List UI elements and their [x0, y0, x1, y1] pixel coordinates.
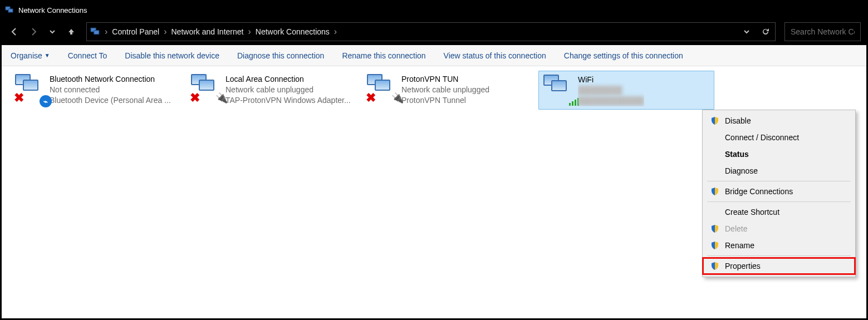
connection-item[interactable]: ✖ 🔌 Local Area Connection Network cable … — [187, 71, 362, 110]
breadcrumb-item[interactable]: Network and Internet — [168, 27, 247, 36]
chevron-right-icon[interactable]: › — [163, 27, 168, 37]
shield-icon — [710, 116, 719, 125]
organise-menu[interactable]: Organise ▼ — [11, 51, 50, 60]
context-menu-label: Status — [725, 150, 749, 159]
context-menu-disable[interactable]: Disable — [703, 112, 855, 129]
caret-down-icon: ▼ — [45, 52, 50, 58]
command-bar: Organise ▼ Connect To Disable this netwo… — [2, 45, 866, 66]
connection-icon: ✖ ⌁ — [15, 74, 46, 102]
address-dropdown[interactable] — [737, 23, 756, 41]
back-button[interactable] — [7, 24, 22, 39]
breadcrumb-item[interactable]: Control Panel — [109, 27, 163, 36]
navigation-bar: › Control Panel › Network and Internet ›… — [2, 18, 866, 45]
context-menu-properties[interactable]: Properties — [703, 258, 855, 274]
context-menu-label: Connect / Disconnect — [725, 133, 799, 142]
refresh-button[interactable] — [756, 23, 775, 41]
chevron-right-icon[interactable]: › — [333, 27, 338, 37]
toolbar-change-settings[interactable]: Change settings of this connection — [564, 51, 683, 60]
connection-name: Local Area Connection — [225, 74, 351, 85]
context-menu-separator — [707, 201, 851, 202]
organise-label: Organise — [11, 51, 42, 60]
shield-icon — [710, 241, 719, 250]
context-menu-create-shortcut[interactable]: Create Shortcut — [703, 204, 855, 220]
toolbar-connect-to[interactable]: Connect To — [68, 51, 107, 60]
context-menu-label: Delete — [725, 224, 747, 233]
connection-status: Network cable unplugged — [225, 85, 351, 95]
connection-icon — [543, 75, 575, 102]
connection-device: Bluetooth Device (Personal Area ... — [50, 95, 171, 106]
connection-name: Bluetooth Network Connection — [50, 74, 171, 85]
breadcrumb-item[interactable]: Network Connections — [252, 27, 333, 36]
forward-button[interactable] — [26, 24, 41, 39]
chevron-right-icon[interactable]: › — [247, 27, 252, 37]
context-menu-connect-disconnect[interactable]: Connect / Disconnect — [703, 129, 855, 146]
context-menu-separator — [707, 181, 851, 181]
context-menu-label: Rename — [725, 241, 754, 250]
plug-icon: 🔌 — [215, 92, 228, 104]
x-icon: ✖ — [190, 91, 200, 105]
toolbar-rename[interactable]: Rename this connection — [342, 51, 425, 60]
connection-icon: ✖ 🔌 — [367, 74, 398, 102]
connection-icon: ✖ 🔌 — [191, 74, 222, 102]
toolbar-view-status[interactable]: View status of this connection — [444, 51, 546, 60]
x-icon: ✖ — [366, 91, 376, 105]
shield-icon — [710, 187, 719, 196]
connection-item[interactable]: ✖ 🔌 ProtonVPN TUN Network cable unplugge… — [362, 71, 538, 110]
connection-status: Not connected — [50, 85, 171, 95]
window-title: Network Connections — [18, 6, 87, 14]
connection-device: ████████████ — [578, 96, 644, 106]
connection-device: TAP-ProtonVPN Windows Adapter... — [225, 95, 351, 106]
address-bar[interactable]: › Control Panel › Network and Internet ›… — [86, 22, 776, 41]
context-menu-status[interactable]: Status — [703, 146, 855, 163]
connection-status: Network cable unplugged — [401, 85, 489, 95]
context-menu-label: Disable — [725, 116, 751, 125]
toolbar-disable[interactable]: Disable this network device — [125, 51, 219, 60]
shield-icon — [710, 262, 719, 270]
connection-name: ProtonVPN TUN — [401, 74, 489, 85]
toolbar-diagnose[interactable]: Diagnose this connection — [237, 51, 324, 60]
context-menu-label: Create Shortcut — [725, 208, 779, 216]
plug-icon: 🔌 — [391, 92, 404, 104]
search-input[interactable] — [791, 27, 855, 36]
content-area: ✖ ⌁ Bluetooth Network Connection Not con… — [2, 66, 866, 318]
connection-item-selected[interactable]: WiFi ████████ ████████████ — [538, 71, 714, 110]
history-dropdown[interactable] — [45, 24, 60, 39]
bluetooth-icon: ⌁ — [40, 95, 52, 107]
connection-device: ProtonVPN Tunnel — [401, 95, 489, 106]
up-button[interactable] — [64, 24, 79, 39]
svg-rect-3 — [94, 31, 99, 35]
location-icon — [87, 27, 104, 37]
svg-rect-1 — [8, 9, 13, 12]
connection-name: WiFi — [578, 75, 644, 85]
connection-item[interactable]: ✖ ⌁ Bluetooth Network Connection Not con… — [11, 71, 187, 110]
context-menu-bridge-connections[interactable]: Bridge Connections — [703, 183, 855, 200]
connection-status: ████████ — [578, 85, 644, 96]
context-menu-separator — [707, 255, 851, 256]
context-menu: DisableConnect / DisconnectStatusDiagnos… — [702, 110, 856, 277]
context-menu-diagnose[interactable]: Diagnose — [703, 163, 855, 179]
chevron-right-icon[interactable]: › — [104, 27, 109, 37]
context-menu-label: Properties — [725, 262, 761, 270]
context-menu-label: Diagnose — [725, 166, 758, 175]
context-menu-label: Bridge Connections — [725, 187, 793, 196]
titlebar: Network Connections — [2, 2, 866, 18]
context-menu-rename[interactable]: Rename — [703, 237, 855, 254]
context-menu-delete: Delete — [703, 220, 855, 237]
network-icon — [5, 6, 14, 14]
shield-icon — [710, 224, 719, 233]
x-icon: ✖ — [14, 91, 24, 105]
search-box[interactable] — [784, 22, 861, 41]
